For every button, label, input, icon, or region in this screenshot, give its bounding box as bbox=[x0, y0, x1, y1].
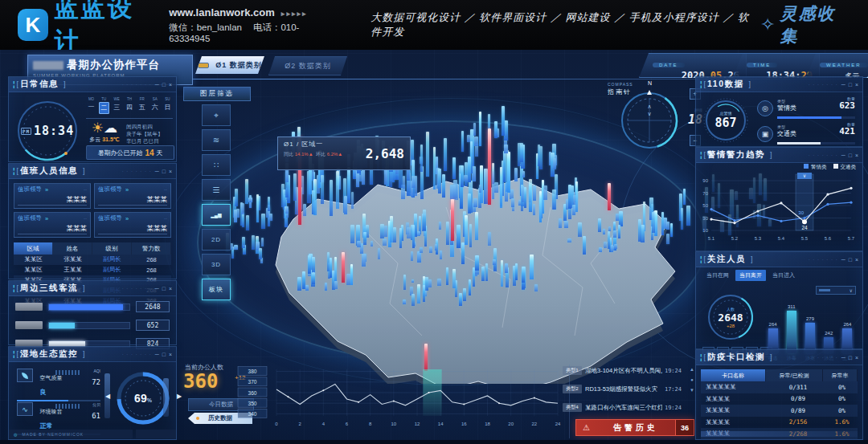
panel-police-trend: ¦[警情警力趋势]· · · · · · ·─□× 警情类交通类 9070503… bbox=[695, 147, 863, 251]
layer-toolbar: ⌖≋∷☰▂▄▆2D3D板块 bbox=[193, 104, 240, 303]
minimize-icon[interactable]: ─ bbox=[841, 82, 845, 88]
tab-data-category-2[interactable]: Ø2 数据类别 bbox=[268, 56, 347, 75]
compass-center-marks: ∧∨ bbox=[625, 103, 674, 117]
maximize-icon[interactable]: □ bbox=[162, 286, 166, 291]
list-icon[interactable]: ☰ bbox=[202, 179, 231, 201]
close-icon[interactable]: × bbox=[169, 82, 172, 88]
duty-col-级别[interactable]: 级别 bbox=[92, 242, 132, 255]
duty-leader-card[interactable]: 值班领导»··某某某 bbox=[94, 212, 171, 238]
focus-tab[interactable]: 当日在网 bbox=[702, 270, 733, 281]
weekday-三[interactable]: WE三 bbox=[112, 97, 122, 114]
maximize-icon[interactable]: □ bbox=[849, 355, 852, 360]
alarm-history-count: 36 bbox=[675, 420, 694, 435]
close-icon[interactable]: × bbox=[855, 153, 858, 158]
close-icon[interactable]: × bbox=[169, 352, 172, 357]
bar-value: 264 bbox=[843, 322, 851, 327]
card-marks: ·· bbox=[84, 216, 87, 221]
bus-icon: ▣ bbox=[757, 126, 773, 142]
duty-leader-card[interactable]: 值班领导»··某某某 bbox=[14, 212, 91, 238]
table-row[interactable]: 某某区张某某副局长268 bbox=[14, 255, 171, 265]
maximize-icon[interactable]: □ bbox=[849, 257, 852, 263]
lunar-calendar-text: 闰四月初四庚子年【鼠年】辛巳月 己巳日 bbox=[126, 123, 174, 145]
chevron-icon: » bbox=[45, 215, 48, 222]
maximize-icon[interactable]: □ bbox=[162, 82, 166, 88]
weekday-日[interactable]: SU日 bbox=[162, 97, 173, 114]
duty-leader-card[interactable]: 值班领导»··某某某 bbox=[94, 183, 171, 209]
minimize-icon[interactable]: ─ bbox=[841, 257, 845, 263]
card-marks: ·· bbox=[164, 187, 167, 192]
footer-strip bbox=[136, 430, 176, 438]
weekday-五[interactable]: FR五 bbox=[137, 97, 147, 114]
minimize-icon[interactable]: ─ bbox=[155, 286, 159, 291]
checkpoint-row[interactable]: 某某某某2/1561.6% bbox=[701, 417, 858, 429]
alarm-row[interactable]: 类型2RD13-53烟感报警疑似火灾17:24 bbox=[563, 381, 682, 397]
alarm-type-row[interactable]: ◎类型警情类数量623 bbox=[757, 99, 855, 120]
close-icon[interactable]: × bbox=[169, 169, 172, 174]
svg-text:∨: ∨ bbox=[803, 173, 806, 178]
alarm-type-row[interactable]: ▣类型交通类数量421 bbox=[757, 124, 855, 145]
alarm-row[interactable]: 类型1湿地3-104片区有不明人员闯入19:24 bbox=[563, 363, 682, 378]
weekday-二[interactable]: TU二 bbox=[99, 97, 109, 114]
maximize-icon[interactable]: □ bbox=[162, 169, 166, 174]
minimize-icon[interactable]: ─ bbox=[155, 352, 159, 357]
weekday-一[interactable]: MO一 bbox=[86, 97, 96, 114]
plate-button[interactable]: 板块 bbox=[202, 279, 231, 300]
minimize-icon[interactable]: ─ bbox=[841, 355, 845, 360]
alarm-row[interactable]: 类型4某路口有小汽车连闯三个红灯19:24 bbox=[563, 400, 682, 415]
checkpoint-col-1[interactable]: 卡口名称 bbox=[701, 369, 766, 381]
close-icon[interactable]: × bbox=[855, 82, 858, 88]
trend-line-chart[interactable]: 9070503010∨24305.15.25.35.45.55.65.7 bbox=[698, 171, 859, 251]
checkpoint-col-2[interactable]: 异常/已检测 bbox=[766, 369, 823, 381]
location-pin-icon[interactable]: ⌖ bbox=[202, 104, 231, 126]
close-icon[interactable]: × bbox=[169, 286, 172, 291]
maximize-icon[interactable]: □ bbox=[849, 153, 852, 158]
minimize-icon[interactable]: ─ bbox=[841, 153, 845, 158]
duty-col-区域[interactable]: 区域 bbox=[14, 242, 53, 255]
weekday-六[interactable]: SA六 bbox=[149, 97, 160, 114]
office-count-value: 360 bbox=[183, 370, 218, 393]
svg-text:50: 50 bbox=[702, 203, 708, 208]
inspiration-collect[interactable]: ✧ 灵感收集 bbox=[760, 2, 849, 47]
signal-icon[interactable]: ≋ bbox=[202, 129, 231, 151]
mode-3d-button[interactable]: 3D bbox=[202, 254, 231, 275]
weekday-四[interactable]: TH四 bbox=[124, 97, 134, 114]
legend-swatch bbox=[833, 164, 838, 169]
tab-data-category-1[interactable]: Ø1 数据类别 bbox=[195, 56, 264, 74]
focus-tab[interactable]: 当日进入 bbox=[768, 270, 799, 281]
grid-dots-icon[interactable]: ∷ bbox=[202, 154, 231, 176]
bar-chart-icon[interactable]: ▂▄▆ bbox=[202, 204, 231, 226]
duty-col-警力数[interactable]: 警力数 bbox=[132, 242, 171, 255]
right-slider[interactable] bbox=[163, 378, 169, 417]
website-link[interactable]: www.lanlanwork.com bbox=[169, 6, 275, 18]
map-tooltip[interactable]: Ø1 / 区域一 同比 14.1%▲ 环比 6.2%▲ 2,648 bbox=[277, 136, 411, 170]
close-icon[interactable]: × bbox=[855, 355, 858, 360]
close-icon[interactable]: × bbox=[855, 257, 858, 263]
checkpoint-row[interactable]: 某某某某某0/3110% bbox=[701, 381, 858, 393]
dashboard: 暑期办公协作平台 SUMMER WORKING PLATFORM Ø1 数据类别… bbox=[0, 50, 868, 444]
checkpoint-row[interactable]: 某某某某0/890% bbox=[701, 393, 858, 405]
checkpoint-col-3[interactable]: 异常率 bbox=[823, 369, 858, 381]
maximize-icon[interactable]: □ bbox=[849, 82, 852, 88]
table-row[interactable]: 某某区王某某副局长268 bbox=[14, 265, 171, 275]
screenshot-root: K 蓝蓝设计 www.lanlanwork.com▸▸▸▸▸ 微信：ben_la… bbox=[0, 0, 868, 444]
checkpoint-row[interactable]: 某某某某0/890% bbox=[701, 405, 858, 417]
tab-pill-icon bbox=[198, 63, 209, 68]
lunar-line: 辛巳月 己巳日 bbox=[126, 137, 174, 145]
panel-focus-persons: ¦[关注人员]· · · · · · ·─□× 当日在网当日离开当日进入 人数2… bbox=[695, 251, 863, 349]
duty-leader-card[interactable]: 值班领导»··某某某 bbox=[14, 183, 91, 209]
map-landmass[interactable] bbox=[205, 135, 695, 387]
gauge-right-arrow[interactable]: ▶ bbox=[177, 393, 182, 400]
panel-title: 关注人员 bbox=[707, 254, 746, 265]
flow-bar-track bbox=[48, 303, 130, 311]
focus-tab[interactable]: 当日离开 bbox=[735, 270, 766, 281]
tab-label: Ø2 数据类别 bbox=[285, 61, 331, 71]
mode-2d-button[interactable]: 2D bbox=[202, 229, 231, 251]
gauge-left-arrow[interactable]: ◀ bbox=[105, 393, 110, 400]
duty-col-姓名[interactable]: 姓名 bbox=[53, 242, 92, 255]
date-widget: DATE 2020.05.26 bbox=[639, 53, 747, 78]
minimize-icon[interactable]: ─ bbox=[155, 82, 159, 88]
office-line-chart[interactable]: 380370360350340024681012141618202224 bbox=[236, 361, 567, 438]
alarm-history-banner[interactable]: ⚠ 告警历史 36 bbox=[575, 419, 694, 436]
minimize-icon[interactable]: ─ bbox=[155, 169, 159, 174]
maximize-icon[interactable]: □ bbox=[162, 352, 166, 357]
